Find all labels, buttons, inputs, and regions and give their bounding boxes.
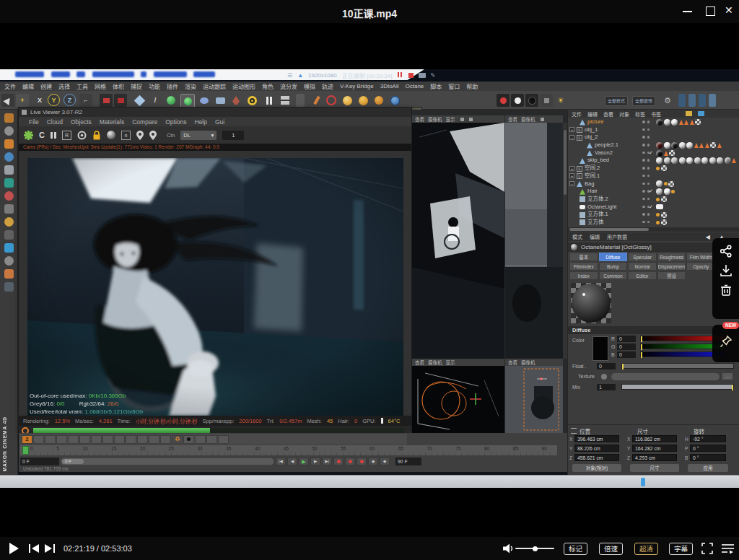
render-canvas[interactable]: Out-of-core used/max: 0Kb/10.365Gb Grey8… [27,158,403,416]
vp-menu-view[interactable]: 查看 [508,359,517,366]
expand-icon[interactable]: + [569,127,574,132]
environment-icon[interactable] [214,94,227,107]
apply-button[interactable]: 应用 [688,464,728,472]
menu-item[interactable]: 3DtoAll [380,83,399,89]
object-row[interactable]: − L obj_2 [568,134,739,141]
timeline-tool-icon[interactable] [160,435,171,444]
menu-item[interactable]: V-Key Bridge [340,83,374,89]
lv-menu-objects[interactable]: Objects [71,118,92,126]
pos-x-field[interactable]: 396.463 cm [574,435,619,442]
stop-recording-icon[interactable] [408,73,414,78]
mix-slider[interactable] [621,384,734,390]
timeline-tool-icon[interactable] [137,435,148,444]
dock-tool-icon[interactable] [4,139,14,149]
volume-handle[interactable] [533,546,538,551]
mat-tab-preset[interactable]: 预设 [657,271,686,280]
mat-tab-bump[interactable]: Bump [599,262,628,271]
menu-item[interactable]: 选择 [58,82,70,90]
timeline-ruler[interactable]: 0 5 10 15 20 25 30 35 40 45 50 55 60 65 … [20,445,557,455]
menu-item[interactable]: 编辑 [22,82,34,90]
layout-tab[interactable]: 全部装饰 [632,96,655,106]
close-icon[interactable]: ✕ [725,4,733,16]
b-value[interactable]: 0 [617,351,636,358]
recycle-icon[interactable]: ♻ [172,435,183,444]
material-ball-icon[interactable] [107,131,115,139]
panel-chip-icon[interactable] [688,94,696,107]
mat-tab-editor[interactable]: Editor [628,271,657,280]
material-picker-icon[interactable] [136,131,144,140]
visibility-dots[interactable] [642,121,650,123]
visibility-dots[interactable] [642,167,650,170]
timeline-tool-icon[interactable] [56,435,67,444]
recorder-menu-icon[interactable]: ☰ [287,72,292,79]
menu-item[interactable]: 渲染 [185,82,196,90]
menu-item[interactable]: 轨迹 [322,82,333,90]
folder-icon[interactable] [686,111,692,116]
object-row[interactable]: − Bag [568,180,739,188]
collapse-icon[interactable]: − [569,135,574,140]
object-name[interactable]: 立方体 [587,219,604,227]
x-axis-icon[interactable]: X [33,94,46,107]
dock-tool-icon[interactable] [4,204,14,214]
rot-p-field[interactable]: 0 ° [690,445,726,452]
menu-item[interactable]: 帮助 [466,82,478,90]
menu-item[interactable]: 运动跟踪 [203,82,226,90]
coord-size-dropdown[interactable]: 尺寸 [630,464,679,472]
mat-tab-basic[interactable]: 基本 [569,253,598,261]
record-rotation-icon[interactable] [357,458,367,465]
panel-chip-icon[interactable] [709,94,716,107]
timeline-tool-icon[interactable] [45,435,56,444]
dock-tool-icon[interactable] [4,243,14,253]
texture-field[interactable] [611,373,720,380]
tool-chip-icon[interactable] [540,94,553,107]
object-tree-scrollbar[interactable] [568,227,739,232]
aperture-icon[interactable] [77,131,87,140]
tab-edit[interactable]: 编辑 [590,233,600,240]
menu-item[interactable]: 功能 [149,82,160,90]
menu-item[interactable]: 角色 [262,82,274,90]
volume-icon[interactable] [503,543,514,554]
object-name[interactable]: obj_1 [585,126,598,134]
object-row[interactable]: people2.1 [568,141,739,149]
material-preview[interactable] [571,283,611,323]
trash-icon[interactable] [720,284,733,297]
move-tool-icon[interactable] [1,94,14,107]
small-tool-icon[interactable] [296,94,305,107]
vp-menu-camera[interactable]: 摄像机 [521,115,535,123]
object-row[interactable]: picture [568,118,739,126]
light-orb-icon[interactable] [341,94,354,107]
object-row[interactable]: Hair ✓ [568,188,739,196]
om-menu-item[interactable]: 文件 [572,110,582,118]
float-value[interactable]: 0 [597,363,616,369]
size-x-field[interactable]: 116.862 cm [632,435,677,442]
light-orb-icon[interactable] [372,94,385,107]
cube-primitive-icon[interactable] [133,94,146,107]
sun-icon[interactable]: ☀ [554,94,567,107]
visibility-dots[interactable] [642,144,650,146]
menu-item[interactable]: 插件 [167,82,178,90]
timeline-tool-icon[interactable] [149,435,159,444]
share-icon[interactable] [720,245,733,258]
panel-chip-icon[interactable] [699,94,706,107]
rot-b-field[interactable]: 0 ° [690,454,726,461]
record-key-icon[interactable]: 2 [22,435,32,444]
menu-item[interactable]: 网格 [95,82,106,90]
menu-item[interactable]: 工具 [76,82,88,90]
clay-mode-dropdown[interactable]: DL▾ [180,131,217,140]
visibility-dots[interactable] [642,136,650,139]
render-view-icon[interactable] [100,94,113,107]
sphere-generator-icon[interactable] [165,94,178,107]
mat-tab-filmindex[interactable]: Filmindex [569,262,598,271]
size-z-field[interactable]: 4.293 cm [632,454,677,461]
object-name[interactable]: 空间.2 [585,165,600,172]
object-name[interactable]: picture [587,118,604,126]
dock-tool-icon[interactable] [4,191,14,201]
object-row[interactable]: + L obj_1 [568,126,739,134]
dock-tool-icon[interactable] [4,126,14,136]
object-name[interactable]: 立方体.2 [587,196,608,204]
mat-tab-diffuse[interactable]: Diffuse [599,253,628,261]
mat-tab-normal[interactable]: Normal [628,262,657,271]
vp-menu-view[interactable]: 查看 [415,359,424,366]
rot-h-field[interactable]: -92 ° [690,435,726,442]
vp-menu-view[interactable]: 查看 [415,115,424,123]
